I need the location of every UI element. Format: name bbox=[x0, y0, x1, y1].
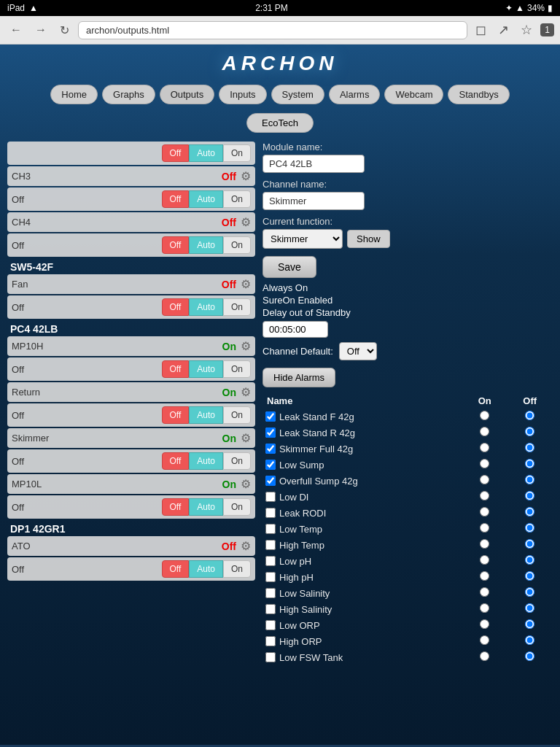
ato-on-btn[interactable]: On bbox=[223, 560, 251, 578]
alarm-on-radio-8[interactable] bbox=[480, 539, 489, 549]
alarm-on-radio-15[interactable] bbox=[480, 651, 489, 661]
alarm-checkbox-8[interactable] bbox=[265, 540, 276, 550]
alarm-on-radio-1[interactable] bbox=[480, 427, 489, 436]
return-on-btn[interactable]: On bbox=[223, 406, 251, 424]
alarm-on-radio-7[interactable] bbox=[480, 523, 489, 533]
alarm-off-radio-11[interactable] bbox=[525, 587, 534, 597]
return-gear-icon[interactable]: ⚙ bbox=[241, 385, 251, 399]
ch3-gear-icon[interactable]: ⚙ bbox=[241, 169, 251, 183]
alarm-checkbox-3[interactable] bbox=[265, 460, 276, 470]
delay-value-input[interactable] bbox=[262, 321, 328, 338]
alarm-on-radio-5[interactable] bbox=[480, 491, 489, 500]
ch4-gear-icon[interactable]: ⚙ bbox=[241, 215, 251, 229]
share-icon[interactable]: ◻ bbox=[472, 20, 490, 39]
mp10h-off-btn[interactable]: Off bbox=[162, 360, 190, 378]
return-off-btn[interactable]: Off bbox=[162, 406, 190, 424]
alarm-on-radio-14[interactable] bbox=[480, 635, 489, 645]
ch4-on-btn[interactable]: On bbox=[223, 236, 251, 254]
alarm-on-radio-9[interactable] bbox=[480, 555, 489, 565]
alarm-off-radio-13[interactable] bbox=[525, 619, 534, 629]
mp10h-on-btn[interactable]: On bbox=[223, 360, 251, 378]
skimmer-auto-btn[interactable]: Auto bbox=[189, 452, 223, 470]
back-button[interactable]: ← bbox=[6, 22, 26, 38]
alarm-on-radio-3[interactable] bbox=[480, 459, 489, 468]
off-btn-top1[interactable]: Off bbox=[162, 144, 190, 162]
on-btn-top1[interactable]: On bbox=[223, 144, 251, 162]
address-input[interactable] bbox=[78, 21, 467, 39]
mp10h-gear-icon[interactable]: ⚙ bbox=[241, 339, 251, 353]
alarm-off-radio-10[interactable] bbox=[525, 571, 534, 581]
module-name-input[interactable] bbox=[262, 155, 365, 173]
alarm-on-radio-4[interactable] bbox=[480, 475, 489, 484]
save-button[interactable]: Save bbox=[262, 256, 316, 278]
fan-auto-btn[interactable]: Auto bbox=[189, 298, 223, 316]
bookmark-icon[interactable]: ☆ bbox=[517, 20, 536, 39]
alarm-checkbox-6[interactable] bbox=[265, 508, 276, 518]
alarm-off-radio-8[interactable] bbox=[525, 539, 534, 549]
nav-alarms[interactable]: Alarms bbox=[329, 85, 380, 104]
alarm-checkbox-15[interactable] bbox=[265, 652, 276, 662]
skimmer-gear-icon[interactable]: ⚙ bbox=[241, 431, 251, 445]
ch3-off-btn[interactable]: Off bbox=[162, 190, 190, 208]
mp10h-auto-btn[interactable]: Auto bbox=[189, 360, 223, 378]
alarm-on-radio-12[interactable] bbox=[480, 603, 489, 613]
alarm-checkbox-5[interactable] bbox=[265, 492, 276, 502]
alarm-off-radio-15[interactable] bbox=[525, 651, 534, 661]
alarm-checkbox-4[interactable] bbox=[265, 476, 276, 486]
auto-btn-top1[interactable]: Auto bbox=[189, 144, 223, 162]
fan-off-btn[interactable]: Off bbox=[162, 298, 190, 316]
alarm-on-radio-10[interactable] bbox=[480, 571, 489, 581]
show-button[interactable]: Show bbox=[347, 230, 390, 248]
alarm-off-radio-7[interactable] bbox=[525, 523, 534, 533]
mp10l-on-btn[interactable]: On bbox=[223, 498, 251, 516]
channel-name-input[interactable] bbox=[262, 192, 365, 210]
alarm-off-radio-2[interactable] bbox=[525, 443, 534, 452]
alarm-on-radio-11[interactable] bbox=[480, 587, 489, 597]
skimmer-off-btn[interactable]: Off bbox=[162, 452, 190, 470]
nav-graphs[interactable]: Graphs bbox=[102, 85, 155, 104]
nav-inputs[interactable]: Inputs bbox=[219, 85, 266, 104]
forward-button[interactable]: → bbox=[31, 22, 51, 38]
alarm-off-radio-3[interactable] bbox=[525, 459, 534, 468]
tab-count[interactable]: 1 bbox=[540, 23, 554, 36]
function-select[interactable]: Skimmer bbox=[262, 229, 343, 249]
alarm-on-radio-13[interactable] bbox=[480, 619, 489, 629]
nav-home[interactable]: Home bbox=[50, 85, 98, 104]
fan-on-btn[interactable]: On bbox=[223, 298, 251, 316]
alarm-checkbox-7[interactable] bbox=[265, 524, 276, 534]
alarm-checkbox-9[interactable] bbox=[265, 556, 276, 566]
alarm-off-radio-6[interactable] bbox=[525, 507, 534, 516]
alarm-checkbox-12[interactable] bbox=[265, 604, 276, 614]
alarm-checkbox-14[interactable] bbox=[265, 636, 276, 646]
alarm-off-radio-14[interactable] bbox=[525, 635, 534, 645]
nav-system[interactable]: System bbox=[271, 85, 324, 104]
return-auto-btn[interactable]: Auto bbox=[189, 406, 223, 424]
mp10l-off-btn[interactable]: Off bbox=[162, 498, 190, 516]
alarm-checkbox-2[interactable] bbox=[265, 444, 276, 454]
alarm-off-radio-9[interactable] bbox=[525, 555, 534, 565]
mp10l-auto-btn[interactable]: Auto bbox=[189, 498, 223, 516]
nav-standbys[interactable]: Standbys bbox=[448, 85, 509, 104]
share-action-icon[interactable]: ↗ bbox=[494, 20, 513, 39]
ch3-on-btn[interactable]: On bbox=[223, 190, 251, 208]
ch4-off-btn[interactable]: Off bbox=[162, 236, 190, 254]
alarm-checkbox-10[interactable] bbox=[265, 572, 276, 582]
fan-gear-icon[interactable]: ⚙ bbox=[241, 277, 251, 291]
alarm-checkbox-11[interactable] bbox=[265, 588, 276, 598]
alarm-off-radio-12[interactable] bbox=[525, 603, 534, 613]
hide-alarms-button[interactable]: Hide Alarms bbox=[262, 368, 335, 387]
alarm-off-radio-1[interactable] bbox=[525, 427, 534, 436]
alarm-on-radio-6[interactable] bbox=[480, 507, 489, 516]
alarm-checkbox-13[interactable] bbox=[265, 620, 276, 630]
ecotech-button[interactable]: EcoTech bbox=[246, 113, 314, 133]
skimmer-on-btn[interactable]: On bbox=[223, 452, 251, 470]
reload-button[interactable]: ↻ bbox=[55, 22, 74, 39]
nav-webcam[interactable]: Webcam bbox=[384, 85, 443, 104]
mp10l-gear-icon[interactable]: ⚙ bbox=[241, 477, 251, 491]
alarm-off-radio-0[interactable] bbox=[525, 411, 534, 420]
nav-outputs[interactable]: Outputs bbox=[160, 85, 215, 104]
ato-gear-icon[interactable]: ⚙ bbox=[241, 539, 251, 553]
channel-default-select[interactable]: Off bbox=[339, 342, 377, 360]
alarm-on-radio-2[interactable] bbox=[480, 443, 489, 452]
alarm-off-radio-5[interactable] bbox=[525, 491, 534, 500]
